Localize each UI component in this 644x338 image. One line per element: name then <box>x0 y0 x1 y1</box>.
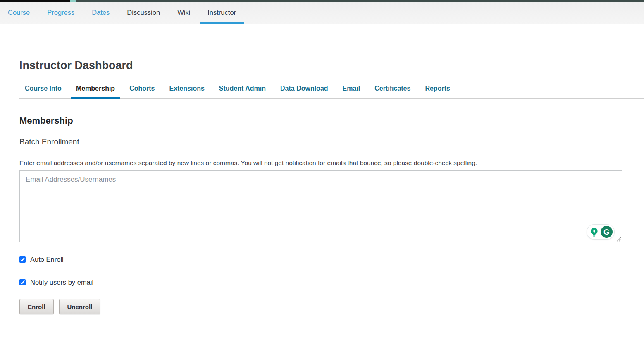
nav-item-instructor[interactable]: Instructor <box>200 2 244 24</box>
batch-enrollment-textarea-wrapper: G <box>19 170 622 242</box>
tab-course-info[interactable]: Course Info <box>19 85 67 99</box>
nav-item-discussion[interactable]: Discussion <box>119 2 168 24</box>
tab-extensions[interactable]: Extensions <box>164 85 210 99</box>
batch-enrollment-description: Enter email addresses and/or usernames s… <box>19 159 644 167</box>
tab-data-download[interactable]: Data Download <box>275 85 334 99</box>
membership-section-title: Membership <box>19 115 644 126</box>
batch-enrollment-textarea[interactable] <box>19 170 622 242</box>
tab-email[interactable]: Email <box>337 85 366 99</box>
unenroll-button[interactable]: Unenroll <box>59 299 101 314</box>
auto-enroll-label: Auto Enroll <box>30 256 64 264</box>
nav-item-dates[interactable]: Dates <box>84 2 117 24</box>
auto-enroll-checkbox[interactable] <box>19 256 26 263</box>
nav-item-wiki[interactable]: Wiki <box>169 2 198 24</box>
textarea-resize-handle[interactable] <box>616 237 621 242</box>
main-content: Instructor Dashboard Course Info Members… <box>0 59 644 314</box>
page-title: Instructor Dashboard <box>19 59 644 72</box>
grammarly-widget[interactable]: G <box>587 224 615 240</box>
instructor-dashboard-tabs: Course Info Membership Cohorts Extension… <box>19 85 644 99</box>
grammarly-logo-icon[interactable]: G <box>601 226 613 238</box>
batch-enrollment-title: Batch Enrollment <box>19 137 644 146</box>
auto-enroll-row: Auto Enroll <box>19 256 644 264</box>
notify-users-label: Notify users by email <box>30 278 93 286</box>
tab-cohorts[interactable]: Cohorts <box>124 85 160 99</box>
notify-users-row: Notify users by email <box>19 278 644 286</box>
tab-membership[interactable]: Membership <box>71 85 120 99</box>
nav-item-progress[interactable]: Progress <box>39 2 82 24</box>
grammarly-suggestions-lightbulb-icon[interactable] <box>589 226 600 237</box>
notify-users-checkbox[interactable] <box>19 279 26 285</box>
nav-item-course[interactable]: Course <box>0 2 38 24</box>
enrollment-buttons-row: Enroll Unenroll <box>19 299 644 314</box>
enroll-button[interactable]: Enroll <box>19 299 54 314</box>
tab-student-admin[interactable]: Student Admin <box>214 85 271 99</box>
tab-reports[interactable]: Reports <box>420 85 455 99</box>
course-navigation: Course Progress Dates Discussion Wiki In… <box>0 2 644 24</box>
tab-certificates[interactable]: Certificates <box>369 85 416 99</box>
